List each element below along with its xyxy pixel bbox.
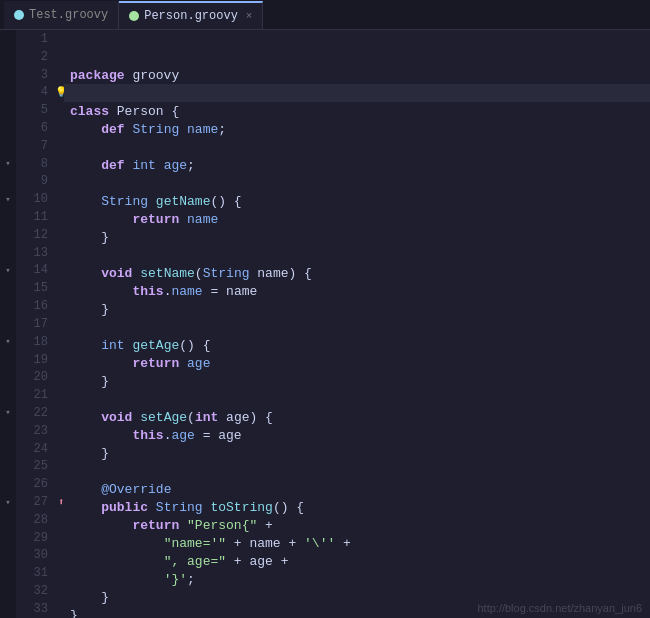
line-number-22: 22 [16, 406, 54, 420]
gutter-row-18: 18 [16, 333, 60, 351]
line-number-25: 25 [16, 459, 54, 473]
line-number-28: 28 [16, 513, 54, 527]
code-line-13 [64, 246, 650, 264]
sidebar-line-12 [0, 226, 16, 244]
code-line-4 [64, 84, 650, 102]
gutter-row-19: 19 [16, 351, 60, 369]
line-number-32: 32 [16, 584, 54, 598]
line-number-20: 20 [16, 370, 54, 384]
tab-test[interactable]: Test.groovy [4, 1, 119, 29]
sidebar-line-2 [0, 48, 16, 66]
editor-body: ▾▾▾▾▾▾ 1234💡5678910111213141516171819202… [0, 30, 650, 618]
line-number-26: 26 [16, 477, 54, 491]
line-number-19: 19 [16, 353, 54, 367]
sidebar-line-11 [0, 208, 16, 226]
sidebar-line-33 [0, 600, 16, 618]
code-line-30: ", age=" + age + [64, 552, 650, 570]
line-number-21: 21 [16, 388, 54, 402]
sidebar-line-15 [0, 279, 16, 297]
code-line-15: this.name = name [64, 282, 650, 300]
sidebar-line-31 [0, 564, 16, 582]
person-tab-close[interactable]: × [246, 10, 253, 22]
sidebar-line-3 [0, 66, 16, 84]
code-line-25 [64, 462, 650, 480]
code-area[interactable]: package groovyclass Person { def String … [64, 30, 650, 618]
line-number-12: 12 [16, 228, 54, 242]
sidebar-line-18: ▾ [0, 333, 16, 351]
gutter-row-16: 16 [16, 297, 60, 315]
test-tab-label: Test.groovy [29, 8, 108, 22]
collapse-arrow-8[interactable]: ▾ [5, 158, 10, 169]
collapse-arrow-14[interactable]: ▾ [5, 265, 10, 276]
sidebar-line-5 [0, 101, 16, 119]
code-line-3: package groovy [64, 66, 650, 84]
sidebar-line-26 [0, 475, 16, 493]
code-line-27: public String toString() { [64, 498, 650, 516]
line-number-17: 17 [16, 317, 54, 331]
sidebar-line-25 [0, 458, 16, 476]
code-line-17 [64, 318, 650, 336]
code-line-20: } [64, 372, 650, 390]
gutter-row-30: 30 [16, 547, 60, 565]
code-line-8: def int age; [64, 156, 650, 174]
line-number-30: 30 [16, 548, 54, 562]
gutter-row-23: 23 [16, 422, 60, 440]
gutter-row-29: 29 [16, 529, 60, 547]
sidebar-line-13 [0, 244, 16, 262]
sidebar-line-30 [0, 547, 16, 565]
gutter-row-14: 14 [16, 262, 60, 280]
sidebar-line-14: ▾ [0, 262, 16, 280]
gutter-row-26: 26 [16, 475, 60, 493]
test-tab-icon [14, 10, 24, 20]
code-line-5: class Person { [64, 102, 650, 120]
code-line-1 [64, 30, 650, 48]
sidebar-line-6 [0, 119, 16, 137]
watermark: http://blog.csdn.net/zhanyan_jun6 [477, 602, 642, 614]
code-line-23: this.age = age [64, 426, 650, 444]
sidebar-strip: ▾▾▾▾▾▾ [0, 30, 16, 618]
gutter-row-28: 28 [16, 511, 60, 529]
line-number-9: 9 [16, 174, 54, 188]
line-number-23: 23 [16, 424, 54, 438]
sidebar-line-19 [0, 351, 16, 369]
code-line-14: void setName(String name) { [64, 264, 650, 282]
code-line-18: int getAge() { [64, 336, 650, 354]
sidebar-line-7 [0, 137, 16, 155]
gutter-row-3: 3 [16, 66, 60, 84]
code-line-10: String getName() { [64, 192, 650, 210]
collapse-arrow-18[interactable]: ▾ [5, 336, 10, 347]
line-number-31: 31 [16, 566, 54, 580]
line-number-7: 7 [16, 139, 54, 153]
code-line-16: } [64, 300, 650, 318]
gutter-row-10: 10 [16, 190, 60, 208]
code-line-9 [64, 174, 650, 192]
code-line-11: return name [64, 210, 650, 228]
gutter-row-9: 9 [16, 173, 60, 191]
gutter-row-2: 2 [16, 48, 60, 66]
line-number-24: 24 [16, 442, 54, 456]
line-number-4: 4 [16, 85, 54, 99]
sidebar-line-28 [0, 511, 16, 529]
gutter-row-5: 5 [16, 101, 60, 119]
gutter-row-6: 6 [16, 119, 60, 137]
line-number-5: 5 [16, 103, 54, 117]
collapse-arrow-22[interactable]: ▾ [5, 407, 10, 418]
collapse-arrow-10[interactable]: ▾ [5, 194, 10, 205]
code-line-19: return age [64, 354, 650, 372]
sidebar-line-10: ▾ [0, 190, 16, 208]
line-number-8: 8 [16, 157, 54, 171]
tab-person[interactable]: Person.groovy × [119, 1, 263, 29]
line-number-15: 15 [16, 281, 54, 295]
code-line-29: "name='" + name + '\'' + [64, 534, 650, 552]
collapse-arrow-27[interactable]: ▾ [5, 497, 10, 508]
gutter-row-8: 8 [16, 155, 60, 173]
line-number-16: 16 [16, 299, 54, 313]
line-number-29: 29 [16, 531, 54, 545]
code-line-24: } [64, 444, 650, 462]
editor-window: Test.groovy Person.groovy × ▾▾▾▾▾▾ 1234💡… [0, 0, 650, 618]
gutter-row-31: 31 [16, 564, 60, 582]
gutter-row-25: 25 [16, 458, 60, 476]
gutter-row-1: 1 [16, 30, 60, 48]
sidebar-line-24 [0, 440, 16, 458]
gutter-row-15: 15 [16, 279, 60, 297]
